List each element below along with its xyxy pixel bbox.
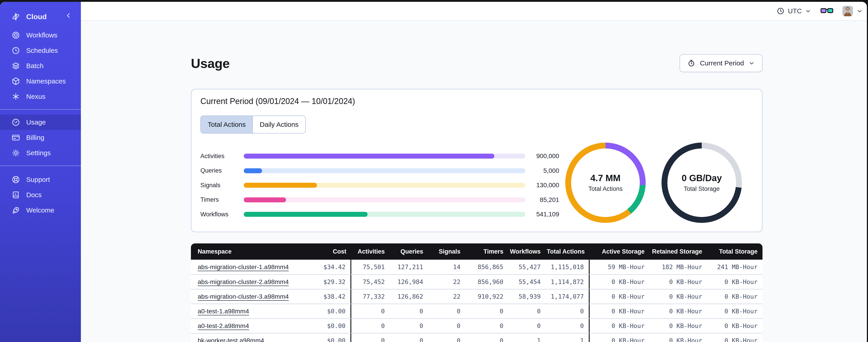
- timezone-selector[interactable]: UTC: [776, 7, 811, 15]
- sidebar-divider: [0, 166, 81, 166]
- table-cell: 0 KB-Hour: [707, 275, 763, 289]
- namespace-link[interactable]: bk-worker-test.a98mm4: [198, 337, 264, 342]
- namespaces-cube-icon: [11, 77, 20, 86]
- bar-track: [244, 168, 525, 173]
- total-storage-caption: Total Storage: [684, 185, 719, 193]
- namespace-link[interactable]: abs-migration-cluster-2.a98mm4: [198, 278, 289, 285]
- namespace-link[interactable]: a0-test-1.a98mm4: [198, 308, 249, 315]
- feedback-glasses-button[interactable]: [820, 6, 833, 16]
- sidebar-item-support[interactable]: Support: [0, 172, 81, 187]
- schedules-icon: [11, 46, 20, 55]
- tab-total-actions[interactable]: Total Actions: [201, 116, 252, 133]
- sidebar-item-nexus[interactable]: Nexus: [0, 89, 81, 104]
- table-cell: 856,960: [465, 275, 508, 289]
- table-cell: 0: [351, 304, 390, 318]
- topbar: UTC: [81, 2, 867, 21]
- namespace-usage-table: NamespaceCostActivitiesQueriesSignalsTim…: [191, 243, 763, 342]
- chart-bar-row: Activities900,000: [200, 149, 559, 164]
- table-cell: 0 KB-Hour: [707, 289, 763, 304]
- table-cell: 0: [351, 334, 390, 342]
- bar-track: [244, 183, 525, 188]
- total-actions-value: 4.7 MM: [590, 173, 620, 183]
- table-cell: 22: [428, 289, 465, 304]
- tab-daily-actions[interactable]: Daily Actions: [252, 116, 305, 133]
- table-header-cell: Retained Storage: [650, 243, 707, 260]
- table-row: bk-worker-test.a98mm4$0.000000110 KB-Hou…: [191, 333, 763, 342]
- sidebar-collapse-icon[interactable]: [65, 12, 72, 21]
- timezone-label: UTC: [788, 7, 802, 15]
- namespace-link[interactable]: abs-migration-cluster-3.a98mm4: [198, 293, 289, 300]
- nexus-asterisk-icon: [11, 92, 20, 101]
- sidebar-brand[interactable]: Cloud: [0, 8, 81, 25]
- table-cell: 0: [428, 319, 465, 333]
- sidebar-item-label: Nexus: [26, 93, 45, 100]
- table-cell: 0 KB-Hour: [707, 334, 763, 342]
- sidebar-item-settings[interactable]: Settings: [0, 145, 81, 161]
- table-cell: 75,452: [351, 275, 390, 289]
- table-header-cell: Namespace: [191, 243, 317, 260]
- table-header-cell: Total Actions: [546, 243, 590, 260]
- table-cell: 0 KB-Hour: [590, 334, 650, 342]
- sidebar-item-usage[interactable]: Usage: [0, 114, 81, 130]
- table-cell: 55,427: [508, 260, 546, 274]
- table-cell: 0: [465, 334, 508, 342]
- sidebar-item-label: Schedules: [26, 47, 58, 55]
- table-cell: 0: [351, 319, 390, 333]
- page-title: Usage: [191, 56, 230, 71]
- total-storage-value: 0 GB/Day: [682, 173, 722, 183]
- sidebar-item-docs[interactable]: Docs: [0, 187, 81, 203]
- table-cell: 14: [428, 260, 465, 274]
- table-cell: 0: [390, 319, 428, 333]
- table-cell: 0 KB-Hour: [590, 289, 650, 304]
- table-cell: 75,501: [351, 260, 390, 274]
- bar-category-label: Queries: [200, 167, 244, 174]
- table-cell: 0 KB-Hour: [707, 319, 763, 333]
- sidebar-item-batch[interactable]: Batch: [0, 58, 81, 73]
- table-row: a0-test-1.a98mm4$0.000000000 KB-Hour0 KB…: [191, 304, 763, 318]
- period-button-label: Current Period: [700, 59, 744, 67]
- table-cell: 0: [508, 304, 546, 318]
- bar-category-label: Signals: [200, 182, 244, 189]
- table-cell: 0: [390, 304, 428, 318]
- table-cell: bk-worker-test.a98mm4: [191, 334, 317, 342]
- table-cell: 1,174,077: [546, 289, 590, 304]
- welcome-rocket-icon: [11, 206, 20, 215]
- stopwatch-icon: [687, 59, 695, 67]
- account-menu[interactable]: [842, 6, 863, 16]
- chart-bar-row: Workflows541,109: [200, 207, 559, 222]
- period-select-button[interactable]: Current Period: [680, 54, 763, 72]
- sidebar-item-billing[interactable]: Billing: [0, 130, 81, 145]
- sidebar-item-welcome[interactable]: Welcome: [0, 203, 81, 218]
- table-cell: 1,114,872: [546, 275, 590, 289]
- table-header-cell: Activities: [351, 243, 390, 260]
- table-row: abs-migration-cluster-2.a98mm4$29.3275,4…: [191, 274, 763, 289]
- table-cell: 0 KB-Hour: [590, 275, 650, 289]
- table-cell: $0.00: [317, 304, 351, 318]
- table-cell: 0 KB-Hour: [590, 304, 650, 318]
- table-cell: a0-test-1.a98mm4: [191, 304, 317, 318]
- bar-value: 541,109: [525, 211, 559, 218]
- table-row: abs-migration-cluster-1.a98mm4$34.4275,5…: [191, 260, 763, 274]
- table-cell: 58,939: [508, 289, 546, 304]
- chart-bar-row: Queries5,000: [200, 164, 559, 178]
- sidebar-item-workflows[interactable]: Workflows: [0, 28, 81, 43]
- table-header-row: NamespaceCostActivitiesQueriesSignalsTim…: [191, 243, 763, 260]
- table-cell: 0: [508, 319, 546, 333]
- bar-track: [244, 153, 525, 159]
- table-cell: 77,332: [351, 289, 390, 304]
- table-cell: 0 KB-Hour: [650, 334, 707, 342]
- bar-category-label: Workflows: [200, 211, 244, 218]
- bar-category-label: Activities: [200, 153, 244, 160]
- table-row: abs-migration-cluster-3.a98mm4$38.4277,3…: [191, 289, 763, 304]
- table-cell: 0: [390, 334, 428, 342]
- sidebar-item-namespaces[interactable]: Namespaces: [0, 73, 81, 89]
- sidebar-item-schedules[interactable]: Schedules: [0, 43, 81, 58]
- namespace-link[interactable]: a0-test-2.a98mm4: [198, 322, 249, 330]
- namespace-link[interactable]: abs-migration-cluster-1.a98mm4: [198, 264, 289, 271]
- table-cell: $38.42: [317, 289, 351, 304]
- brand-label: Cloud: [26, 13, 65, 21]
- bar-track: [244, 212, 525, 217]
- sidebar-item-label: Billing: [26, 134, 44, 141]
- table-cell: $34.42: [317, 260, 351, 274]
- sidebar-item-label: Support: [26, 176, 50, 183]
